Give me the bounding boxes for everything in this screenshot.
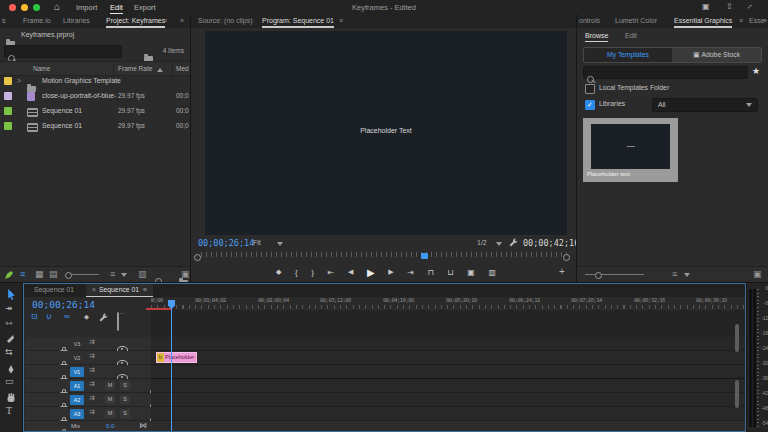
mute-button[interactable]: M xyxy=(105,381,115,390)
razor-tool[interactable] xyxy=(6,335,15,344)
tab-effect-controls-clipped[interactable]: ontrols xyxy=(579,14,600,28)
subtab-browse[interactable]: Browse xyxy=(585,32,608,42)
table-row[interactable]: Sequence 01 29.97 fps 00;0 xyxy=(0,119,190,134)
go-to-in-icon[interactable]: ⇤ xyxy=(328,268,335,277)
tab-close-icon[interactable]: × xyxy=(92,286,96,293)
export-mogrt-icon[interactable]: ▣ xyxy=(753,269,762,279)
favorites-star-icon[interactable]: ★ xyxy=(752,66,760,76)
track-header-v1[interactable]: V1 ⇉ xyxy=(25,365,151,379)
mix-gain-value[interactable]: 0.0 xyxy=(106,423,114,429)
eg-search-input[interactable] xyxy=(583,66,748,79)
panel-menu-icon[interactable]: ≡ xyxy=(339,14,343,28)
table-row[interactable]: close-up-portrait-of-blue-an 29.97 fps 0… xyxy=(0,89,190,104)
track-lane-v3[interactable] xyxy=(151,337,745,351)
freeform-view-icon[interactable]: ▤ xyxy=(49,269,58,279)
snap-magnet-icon[interactable]: ∪ xyxy=(46,312,52,321)
automate-to-sequence-icon[interactable]: ▥ xyxy=(138,269,147,279)
adobe-stock-button[interactable]: ▣Adobe Stock xyxy=(672,48,761,62)
zoom-slider-track[interactable] xyxy=(71,274,99,275)
fit-dropdown[interactable]: Fit xyxy=(253,239,261,246)
add-marker-icon[interactable]: ◆ xyxy=(276,268,281,276)
mark-in-icon[interactable]: { xyxy=(295,268,298,277)
tab-source[interactable]: Source: (no clips) xyxy=(198,14,252,28)
timeline-tab-inactive[interactable]: Sequence 01 xyxy=(34,286,74,293)
icon-view-icon[interactable]: ▦ xyxy=(35,269,44,279)
track-header-a3[interactable]: A3 ⇉ M S xyxy=(25,407,151,421)
monitor-settings-wrench-icon[interactable] xyxy=(509,238,518,247)
track-badge-a3[interactable]: A3 xyxy=(70,409,84,419)
tab-libraries[interactable]: Libraries xyxy=(63,14,90,28)
item-name[interactable]: Sequence 01 xyxy=(42,122,82,129)
track-header-v3[interactable]: V3 ⇉ xyxy=(25,337,151,351)
label-chip-green[interactable] xyxy=(4,122,12,130)
timeline-playhead-line[interactable] xyxy=(171,308,172,431)
track-badge-v3[interactable]: V3 xyxy=(70,339,84,349)
timeline-ruler[interactable]: ;00;00 00;01;04;02 00;02;08;04 00;03;12;… xyxy=(151,297,745,310)
selection-tool[interactable] xyxy=(7,289,16,300)
tab-overflow-icon[interactable]: » xyxy=(180,14,184,28)
track-lane-a2[interactable] xyxy=(151,393,745,407)
program-current-timecode[interactable]: 00;00;26;14 xyxy=(198,238,254,248)
tab-frameio[interactable]: Frame.io xyxy=(23,14,51,28)
linked-selection-icon[interactable]: ∞ xyxy=(64,312,70,321)
type-tool[interactable]: T xyxy=(6,405,12,416)
new-bin-icon[interactable] xyxy=(179,280,188,282)
mute-button[interactable]: M xyxy=(105,395,115,404)
mute-button[interactable]: M xyxy=(105,409,115,418)
label-chip-yellow[interactable] xyxy=(4,77,12,85)
disclosure-icon[interactable]: > xyxy=(17,77,21,84)
step-forward-icon[interactable]: ▶ xyxy=(388,268,393,276)
project-writable-pen-icon[interactable] xyxy=(5,271,13,279)
tab-overflow-icon[interactable]: » xyxy=(763,14,767,28)
track-header-a2[interactable]: A2 ⇉ M S xyxy=(25,393,151,407)
sync-lock-icon[interactable]: ⇉ xyxy=(89,394,95,402)
extract-icon[interactable]: ⊔ xyxy=(447,268,453,277)
timeline-clip-placeholder-text[interactable]: fxPlaceholder text xyxy=(156,352,197,363)
ripple-edit-tool[interactable]: ⇿ xyxy=(5,318,13,328)
track-lane-a1[interactable] xyxy=(151,379,745,393)
track-badge-a2[interactable]: A2 xyxy=(70,395,84,405)
solo-button[interactable]: S xyxy=(120,381,130,390)
template-card-selected[interactable]: Placeholder text xyxy=(583,118,678,182)
tab-essential-graphics[interactable]: Essential Graphics xyxy=(674,14,732,28)
timeline-tab-active[interactable]: ×Sequence 01≡ xyxy=(86,284,153,297)
sync-lock-icon[interactable]: ⇉ xyxy=(89,338,95,346)
sync-lock-icon[interactable]: ⇉ xyxy=(89,366,95,374)
track-lane-a3[interactable] xyxy=(151,407,745,421)
sort-icon[interactable]: ≡ xyxy=(110,269,115,279)
column-frame-rate[interactable]: Frame Rate xyxy=(118,65,152,72)
mix-bowtie-icon[interactable]: ⋈ xyxy=(139,421,147,430)
local-templates-checkbox[interactable] xyxy=(585,84,595,94)
workspace-icon[interactable]: ▣ xyxy=(702,2,710,11)
go-to-out-icon[interactable]: ⇥ xyxy=(407,268,414,277)
scrubber-right-handle[interactable] xyxy=(563,254,570,261)
track-lane-v2[interactable]: fxPlaceholder text xyxy=(151,351,745,365)
timeline-settings-wrench-icon[interactable] xyxy=(99,313,108,322)
subtab-edit[interactable]: Edit xyxy=(625,32,637,39)
my-templates-button[interactable]: My Templates xyxy=(584,48,672,62)
tab-program[interactable]: Program: Sequence 01 xyxy=(262,14,334,28)
column-name[interactable]: Name xyxy=(33,65,50,72)
lift-icon[interactable]: ⊓ xyxy=(428,268,434,277)
item-name[interactable]: Sequence 01 xyxy=(42,107,82,114)
playback-resolution-dropdown[interactable]: 1/2 xyxy=(477,239,487,246)
solo-button[interactable]: S xyxy=(120,409,130,418)
project-breadcrumb[interactable]: Keyframes.prproj xyxy=(21,31,74,38)
track-header-a1[interactable]: A1 ⇉ M S xyxy=(25,379,151,393)
track-select-forward-tool[interactable]: ↠ xyxy=(5,303,13,313)
step-back-icon[interactable]: ◀ xyxy=(348,268,353,276)
new-item-icon[interactable]: ▣ xyxy=(181,269,190,279)
hand-tool[interactable] xyxy=(6,393,16,403)
track-header-mix[interactable]: Mix xyxy=(25,421,151,432)
eg-zoom-track-left[interactable] xyxy=(585,274,595,275)
panel-menu-icon[interactable]: ≡ xyxy=(739,14,743,28)
captions-options-icon[interactable] xyxy=(117,312,119,331)
track-badge-v1[interactable]: V1 xyxy=(70,367,84,377)
table-row[interactable]: Sequence 01 29.97 fps 00;0 xyxy=(0,104,190,119)
libraries-dropdown[interactable]: All xyxy=(652,98,758,112)
share-icon[interactable]: ⇧ xyxy=(726,2,733,11)
comparison-view-icon[interactable]: ▥ xyxy=(488,268,496,277)
slip-tool[interactable]: ⇆ xyxy=(5,347,13,357)
find-icon[interactable] xyxy=(155,278,162,282)
project-search-input[interactable] xyxy=(4,45,122,58)
